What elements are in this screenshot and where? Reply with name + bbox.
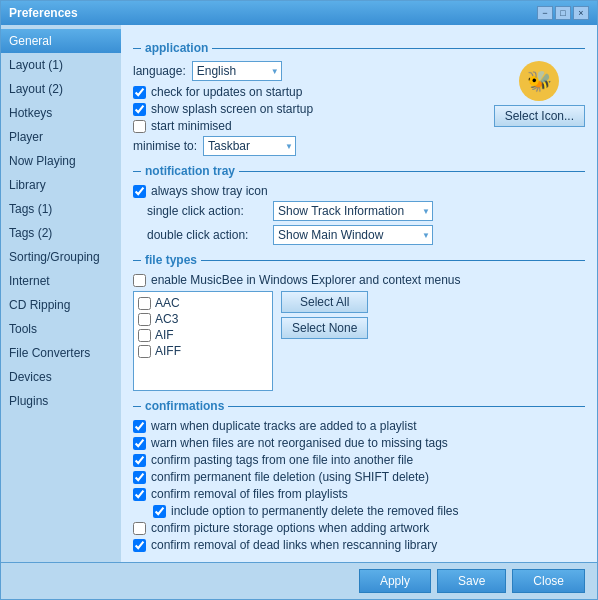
file-type-aac-checkbox[interactable] (138, 297, 151, 310)
language-select-wrapper: English French German Spanish (192, 61, 282, 81)
select-all-button[interactable]: Select All (281, 291, 368, 313)
sidebar-item-sorting[interactable]: Sorting/Grouping (1, 245, 121, 269)
sidebar-item-layout1[interactable]: Layout (1) (1, 53, 121, 77)
sidebar-item-plugins[interactable]: Plugins (1, 389, 121, 413)
sidebar-item-devices[interactable]: Devices (1, 365, 121, 389)
file-type-aif-checkbox[interactable] (138, 329, 151, 342)
confirm-duplicate-row: warn when duplicate tracks are added to … (133, 419, 585, 433)
file-types-list: AAC AC3 AIF AIFF (133, 291, 273, 391)
language-select[interactable]: English French German Spanish (192, 61, 282, 81)
enable-musicbee-checkbox[interactable] (133, 274, 146, 287)
check-updates-checkbox[interactable] (133, 86, 146, 99)
confirm-not-reorganised-checkbox[interactable] (133, 437, 146, 450)
start-minimised-checkbox[interactable] (133, 120, 146, 133)
sidebar: General Layout (1) Layout (2) Hotkeys Pl… (1, 25, 121, 562)
sidebar-item-layout2[interactable]: Layout (2) (1, 77, 121, 101)
sidebar-item-tags1[interactable]: Tags (1) (1, 197, 121, 221)
preferences-window: Preferences − □ × General Layout (1) Lay… (0, 0, 598, 600)
sidebar-item-internet[interactable]: Internet (1, 269, 121, 293)
file-type-aiff: AIFF (138, 344, 268, 358)
double-click-row: double click action: Show Main Window Sh… (133, 225, 585, 245)
icon-area: 🐝 Select Icon... (494, 61, 585, 127)
double-click-select[interactable]: Show Main Window Show Track Information … (273, 225, 433, 245)
show-splash-checkbox[interactable] (133, 103, 146, 116)
single-click-select-wrapper: Show Track Information Show Main Window … (273, 201, 433, 221)
sidebar-item-tags2[interactable]: Tags (2) (1, 221, 121, 245)
apply-button[interactable]: Apply (359, 569, 431, 593)
confirm-pasting-tags-checkbox[interactable] (133, 454, 146, 467)
file-type-ac3-checkbox[interactable] (138, 313, 151, 326)
double-click-label: double click action: (147, 228, 267, 242)
confirm-dead-links-checkbox[interactable] (133, 539, 146, 552)
bee-icon: 🐝 (519, 61, 559, 101)
content-area: General Layout (1) Layout (2) Hotkeys Pl… (1, 25, 597, 562)
file-type-aac: AAC (138, 296, 268, 310)
language-label: language: (133, 64, 186, 78)
include-permanent-delete-row: include option to permanently delete the… (133, 504, 585, 518)
sidebar-item-general[interactable]: General (1, 29, 121, 53)
select-none-button[interactable]: Select None (281, 317, 368, 339)
sidebar-item-hotkeys[interactable]: Hotkeys (1, 101, 121, 125)
save-button[interactable]: Save (437, 569, 506, 593)
confirm-permanent-delete-row: confirm permanent file deletion (using S… (133, 470, 585, 484)
confirm-permanent-delete-checkbox[interactable] (133, 471, 146, 484)
sidebar-item-player[interactable]: Player (1, 125, 121, 149)
sidebar-item-file-converters[interactable]: File Converters (1, 341, 121, 365)
file-types-area: AAC AC3 AIF AIFF Sel (133, 291, 585, 391)
always-show-tray-checkbox[interactable] (133, 185, 146, 198)
application-section-header: application (133, 41, 585, 55)
minimise-to-row: minimise to: Taskbar System Tray (133, 136, 585, 156)
single-click-label: single click action: (147, 204, 267, 218)
confirm-removal-playlists-checkbox[interactable] (133, 488, 146, 501)
minimise-to-select[interactable]: Taskbar System Tray (203, 136, 296, 156)
sidebar-item-cd-ripping[interactable]: CD Ripping (1, 293, 121, 317)
confirm-not-reorganised-row: warn when files are not reorganised due … (133, 436, 585, 450)
start-minimised-label: start minimised (151, 119, 232, 133)
select-icon-button[interactable]: Select Icon... (494, 105, 585, 127)
show-splash-label: show splash screen on startup (151, 102, 313, 116)
confirm-duplicate-checkbox[interactable] (133, 420, 146, 433)
enable-musicbee-label: enable MusicBee in Windows Explorer and … (151, 273, 461, 287)
always-show-tray-row: always show tray icon (133, 184, 585, 198)
window-title: Preferences (9, 6, 78, 20)
file-type-ac3: AC3 (138, 312, 268, 326)
confirm-removal-playlists-row: confirm removal of files from playlists (133, 487, 585, 501)
main-panel: application language: English French Ger… (121, 25, 597, 562)
confirm-picture-storage-checkbox[interactable] (133, 522, 146, 535)
enable-musicbee-row: enable MusicBee in Windows Explorer and … (133, 273, 585, 287)
include-permanent-delete-checkbox[interactable] (153, 505, 166, 518)
confirmations-section-header: confirmations (133, 399, 585, 413)
confirm-pasting-tags-row: confirm pasting tags from one file into … (133, 453, 585, 467)
title-bar: Preferences − □ × (1, 1, 597, 25)
close-bottom-button[interactable]: Close (512, 569, 585, 593)
sidebar-item-now-playing[interactable]: Now Playing (1, 149, 121, 173)
file-types-section-header: file types (133, 253, 585, 267)
minimize-button[interactable]: − (537, 6, 553, 20)
maximize-button[interactable]: □ (555, 6, 571, 20)
sidebar-item-tools[interactable]: Tools (1, 317, 121, 341)
always-show-tray-label: always show tray icon (151, 184, 268, 198)
notification-tray-section-header: notification tray (133, 164, 585, 178)
single-click-select[interactable]: Show Track Information Show Main Window … (273, 201, 433, 221)
confirm-picture-storage-row: confirm picture storage options when add… (133, 521, 585, 535)
minimise-to-label: minimise to: (133, 139, 197, 153)
sidebar-item-library[interactable]: Library (1, 173, 121, 197)
file-type-aif: AIF (138, 328, 268, 342)
check-updates-label: check for updates on startup (151, 85, 302, 99)
window-controls: − □ × (537, 6, 589, 20)
bottom-bar: Apply Save Close (1, 562, 597, 599)
double-click-select-wrapper: Show Main Window Show Track Information … (273, 225, 433, 245)
confirm-dead-links-row: confirm removal of dead links when resca… (133, 538, 585, 552)
file-type-aiff-checkbox[interactable] (138, 345, 151, 358)
single-click-row: single click action: Show Track Informat… (133, 201, 585, 221)
minimise-to-select-wrapper: Taskbar System Tray (203, 136, 296, 156)
file-type-buttons: Select All Select None (281, 291, 368, 339)
close-button[interactable]: × (573, 6, 589, 20)
